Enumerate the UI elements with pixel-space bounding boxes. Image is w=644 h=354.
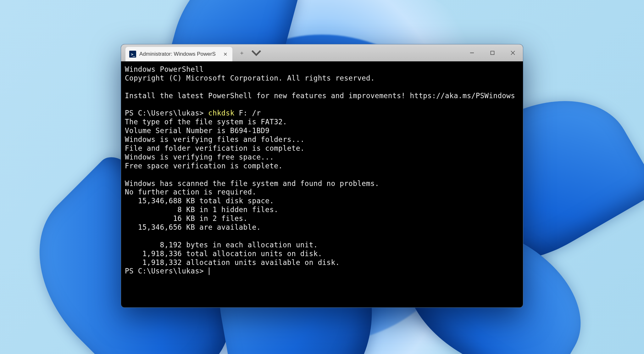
- close-button[interactable]: [502, 44, 523, 61]
- tab-dropdown-button[interactable]: [250, 47, 263, 59]
- tab-label: Administrator: Windows PowerS: [139, 51, 219, 57]
- tab-powershell[interactable]: Administrator: Windows PowerS ✕: [125, 47, 232, 61]
- titlebar[interactable]: Administrator: Windows PowerS ✕ ＋: [121, 44, 523, 61]
- maximize-button[interactable]: [482, 44, 502, 61]
- minimize-icon: [470, 51, 474, 55]
- windows-terminal-window: Administrator: Windows PowerS ✕ ＋ Window…: [121, 44, 523, 308]
- minimize-button[interactable]: [462, 44, 482, 61]
- svg-rect-0: [491, 51, 494, 55]
- maximize-icon: [490, 51, 495, 55]
- close-icon: [511, 51, 515, 55]
- terminal-output[interactable]: Windows PowerShell Copyright (C) Microso…: [121, 61, 523, 279]
- chevron-down-icon: [250, 47, 263, 59]
- new-tab-button[interactable]: ＋: [236, 47, 248, 59]
- tab-close-button[interactable]: ✕: [222, 51, 229, 58]
- powershell-icon: [129, 51, 136, 58]
